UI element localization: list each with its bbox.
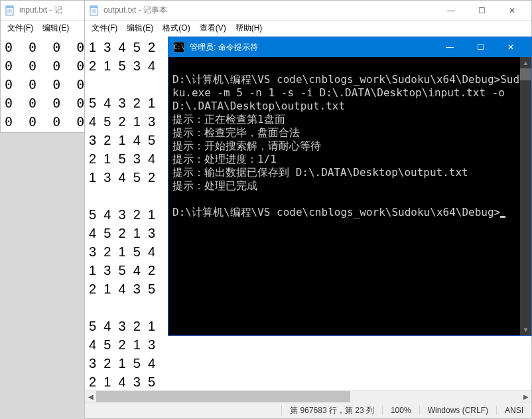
menu-help[interactable]: 帮助(H) <box>232 21 267 35</box>
cmd-icon: C:\ <box>174 42 184 52</box>
menubar: 文件(F) 编辑(E) 格式(O) 查看(V) 帮助(H) <box>85 21 531 35</box>
menubar: 文件(F) 编辑(E) <box>1 21 92 35</box>
titlebar[interactable]: output.txt - 记事本 — ☐ ✕ <box>85 1 531 21</box>
notepad-icon <box>5 5 15 16</box>
command-prompt-window: C:\ 管理员: 命令提示符 — ☐ ✕ D:\计算机\编程\VS code\c… <box>168 37 532 336</box>
window-title: output.txt - 记事本 <box>103 5 167 16</box>
status-eol: Windows (CRLF) <box>419 406 496 415</box>
menu-format[interactable]: 格式(O) <box>159 21 194 35</box>
vertical-scrollbar[interactable]: ▲ ▼ <box>520 57 531 335</box>
window-title: 管理员: 命令提示符 <box>190 42 258 53</box>
menu-edit[interactable]: 编辑(E) <box>123 21 157 35</box>
menu-file[interactable]: 文件(F) <box>3 21 37 35</box>
text-content[interactable]: 0 0 0 0 0 0 0 0 0 0 0 0 0 0 0 0 0 0 0 0 <box>1 35 92 132</box>
status-zoom: 100% <box>382 406 419 415</box>
scroll-up-icon[interactable]: ▲ <box>520 57 531 68</box>
svg-rect-6 <box>90 6 98 8</box>
statusbar: 第 967683 行，第 23 列 100% Windows (CRLF) AN… <box>85 402 531 418</box>
terminal-output[interactable]: D:\计算机\编程\VS code\cnblogs_work\Sudoku\x6… <box>168 57 531 335</box>
scroll-track[interactable] <box>520 68 531 324</box>
minimize-button[interactable]: — <box>436 1 466 21</box>
titlebar[interactable]: input.txt - 记 <box>1 1 92 21</box>
close-button[interactable]: ✕ <box>496 37 526 57</box>
notepad-input-window: input.txt - 记 文件(F) 编辑(E) 0 0 0 0 0 0 0 … <box>0 0 93 133</box>
maximize-button[interactable]: ☐ <box>465 37 496 57</box>
notepad-icon <box>89 5 100 16</box>
scroll-track[interactable] <box>96 391 520 402</box>
menu-file[interactable]: 文件(F) <box>88 21 121 35</box>
maximize-button[interactable]: ☐ <box>466 1 497 21</box>
scroll-thumb[interactable] <box>96 391 350 402</box>
minimize-button[interactable]: — <box>434 37 465 57</box>
menu-view[interactable]: 查看(V) <box>196 21 230 35</box>
titlebar[interactable]: C:\ 管理员: 命令提示符 — ☐ ✕ <box>168 37 531 57</box>
window-controls: — ☐ ✕ <box>436 1 527 21</box>
window-controls: — ☐ ✕ <box>434 37 526 57</box>
close-button[interactable]: ✕ <box>497 1 527 21</box>
window-title: input.txt - 记 <box>19 5 62 16</box>
scroll-right-icon[interactable]: ▶ <box>520 391 531 402</box>
scroll-thumb[interactable] <box>520 68 531 80</box>
status-cursor: 第 967683 行，第 23 列 <box>281 405 382 416</box>
menu-edit[interactable]: 编辑(E) <box>38 21 73 35</box>
status-encoding: ANSI <box>496 406 531 415</box>
scroll-down-icon[interactable]: ▼ <box>520 324 531 335</box>
cursor <box>500 216 505 218</box>
svg-rect-1 <box>6 6 13 8</box>
scroll-left-icon[interactable]: ◀ <box>85 391 96 402</box>
horizontal-scrollbar[interactable]: ◀ ▶ <box>85 390 531 402</box>
